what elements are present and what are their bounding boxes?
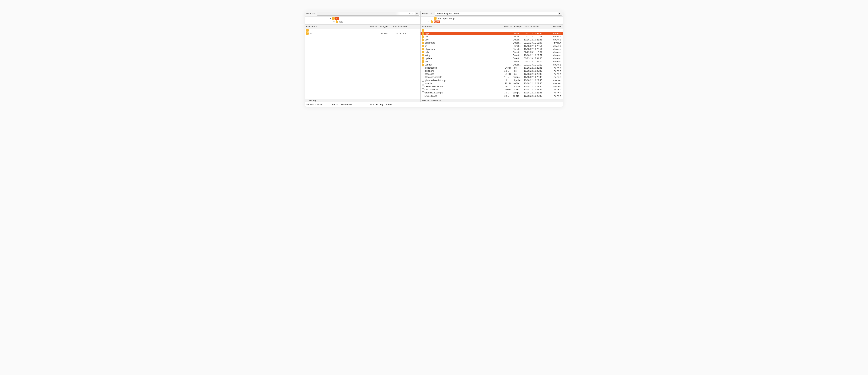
col-filesize[interactable]: Filesize — [503, 25, 513, 28]
file-row[interactable]: COPYING.txt 650 B txt-file 10/18/22 10:2… — [421, 88, 563, 91]
file-permissions: -rw-rw-r — [551, 92, 562, 94]
file-icon — [422, 67, 424, 69]
qcol-status[interactable]: Status — [384, 103, 395, 106]
remote-list-body[interactable]: .. app Directory 02/22/23 10:51:35 drwxr… — [421, 29, 563, 99]
file-type: Directory — [512, 60, 523, 63]
tree-label[interactable]: app — [339, 21, 344, 23]
file-name: CHANGELOG.md — [425, 85, 443, 88]
file-row[interactable]: phpserver Directory 10/18/22 10:22:51 dr… — [421, 47, 563, 50]
file-row[interactable]: app Directory 02/22/23 10:51:35 drwxr-x — [421, 32, 563, 35]
col-filename[interactable]: Filename^ — [421, 25, 503, 28]
col-lastmod[interactable]: Last modified — [392, 25, 414, 28]
folder-icon — [306, 32, 309, 35]
file-row[interactable]: .editorconfig 343 B File 10/18/22 10:22:… — [421, 66, 563, 69]
col-filesize[interactable]: Filesize — [369, 25, 378, 28]
file-type: Directory — [512, 48, 523, 50]
file-type: Directory — [512, 38, 523, 41]
remote-path-combo[interactable]: ▾ — [435, 11, 562, 15]
file-size: 650 B — [503, 88, 512, 91]
file-row[interactable]: vendor Directory 02/22/23 11:10:12 drwxr… — [421, 63, 563, 66]
file-modified: 07/14/22 12:2... — [391, 32, 413, 35]
qcol-remote[interactable]: Remote file — [339, 103, 368, 106]
file-row[interactable]: .htaccess.sample 11.4 KB sample-f... 10/… — [421, 76, 563, 79]
file-modified: 02/22/23 11:10:13 — [523, 35, 551, 38]
file-name: setup — [425, 54, 431, 57]
folder-icon — [332, 18, 335, 20]
tree-label[interactable]: src — [335, 17, 339, 20]
file-row[interactable]: .. — [421, 29, 563, 32]
remote-path-input[interactable] — [435, 12, 558, 15]
qcol-direction[interactable]: Directio — [330, 103, 339, 106]
file-row[interactable]: LICENSE.txt 10.4 KB txt-file 10/18/22 10… — [421, 94, 563, 97]
file-row[interactable]: bin Directory 02/22/23 11:10:13 drwxr-x — [421, 35, 563, 38]
col-filetype[interactable]: Filetype — [513, 25, 524, 28]
file-row[interactable]: CHANGELOG.md 766.6 KB md-file 10/18/22 1… — [421, 85, 563, 88]
file-icon — [422, 82, 424, 85]
tree-label[interactable]: www — [434, 21, 440, 23]
file-name: update — [425, 57, 432, 60]
local-list-body[interactable]: .. app Directory 07/14/22 12:2... — [305, 29, 420, 99]
file-row[interactable]: .htaccess 214 B File 10/18/22 10:22:46 -… — [421, 73, 563, 76]
remote-tree[interactable]: marketplace-eqp ▸ www — [421, 16, 563, 25]
remote-site-label: Remote site: — [422, 12, 434, 15]
file-modified: 10/18/22 10:22:46 — [523, 73, 551, 75]
file-icon — [422, 85, 424, 88]
file-size: 1.6 KB — [503, 79, 512, 82]
tree-label[interactable]: marketplace-eqp — [437, 17, 455, 20]
tree-expander-icon[interactable]: ▼ — [329, 18, 332, 20]
col-lastmod[interactable]: Last modified — [524, 25, 552, 28]
local-path-input[interactable]: /src/ — [317, 12, 415, 15]
file-name: .htaccess — [425, 73, 434, 75]
file-type: Directory — [512, 35, 523, 38]
file-row[interactable]: .. — [305, 29, 420, 32]
file-row[interactable]: Gruntfile.js.sample 3.0 KB sample-f... 1… — [421, 91, 563, 94]
file-row[interactable]: app Directory 07/14/22 12:2... — [305, 32, 420, 35]
file-row[interactable]: .user.ini 101 B ini-file 10/18/22 10:22:… — [421, 82, 563, 85]
file-row[interactable]: dev Directory 10/18/22 10:22:51 drwxr-x — [421, 38, 563, 41]
file-type: Directory — [512, 32, 523, 35]
file-modified: 10/18/22 10:22:46 — [523, 76, 551, 78]
file-size: 1.6 KB — [503, 70, 512, 72]
file-permissions: -rw-rw-r — [551, 73, 562, 75]
tree-expander-icon[interactable]: ▼ — [333, 21, 335, 23]
file-row[interactable]: pub Directory 02/22/23 11:10:32 drwxr-x — [421, 50, 563, 54]
remote-status: Selected 1 directory. — [421, 99, 563, 102]
file-modified: 02/22/23 11:12:57 — [523, 41, 551, 44]
col-permissions[interactable]: Permiss — [552, 25, 563, 28]
local-tree[interactable]: ▼ src ▼ app — [305, 16, 420, 25]
folder-icon — [422, 29, 424, 32]
qcol-server[interactable]: Server/Local file — [305, 103, 330, 106]
qcol-size[interactable]: Size — [368, 103, 375, 106]
file-row[interactable]: lib Directory 10/18/22 10:22:51 drwxr-x — [421, 44, 563, 47]
file-row[interactable]: .gitignore 1.6 KB File 10/18/22 10:22:46… — [421, 69, 563, 72]
tree-row[interactable]: marketplace-eqp — [421, 17, 563, 20]
file-permissions: drwxr-x — [551, 51, 562, 54]
local-path-dropdown[interactable]: ▾ — [415, 12, 419, 15]
file-name: .php-cs-fixer.dist.php — [425, 79, 445, 82]
folder-icon — [336, 21, 338, 23]
file-row[interactable]: var Directory 02/23/23 11:37:14 drwxr-x — [421, 60, 563, 63]
file-name: pub — [425, 51, 429, 54]
local-path-combo[interactable]: /src/ ▾ — [317, 11, 419, 15]
file-row[interactable]: generated Directory 02/22/23 11:12:57 dr… — [421, 41, 563, 44]
file-icon — [422, 95, 424, 97]
file-row[interactable]: .php-cs-fixer.dist.php 1.6 KB php-file 1… — [421, 79, 563, 82]
tree-row[interactable]: ▼ src — [305, 17, 420, 20]
file-name: phpserver — [425, 48, 435, 50]
remote-path-dropdown[interactable]: ▾ — [558, 12, 562, 15]
folder-icon — [422, 60, 424, 63]
qcol-priority[interactable]: Priority — [375, 103, 384, 106]
file-row[interactable]: update Directory 02/23/19 15:31:36 drwxr… — [421, 57, 563, 60]
file-permissions: drwxr-x — [551, 54, 562, 57]
tree-row[interactable]: ▼ app — [305, 20, 420, 24]
folder-icon — [422, 42, 424, 44]
folder-icon — [422, 57, 424, 60]
file-row[interactable]: setup Directory 10/18/22 10:22:52 drwxr-… — [421, 54, 563, 57]
file-modified: 02/22/23 10:51:35 — [523, 32, 551, 35]
tree-expander-icon[interactable]: ▸ — [428, 21, 430, 23]
col-filename[interactable]: Filename^ — [305, 25, 369, 28]
tree-row[interactable]: ▸ www — [421, 20, 563, 24]
col-filetype[interactable]: Filetype — [378, 25, 392, 28]
file-permissions: -rw-rw-r — [551, 79, 562, 82]
file-modified: 10/18/22 10:22:46 — [523, 95, 551, 97]
